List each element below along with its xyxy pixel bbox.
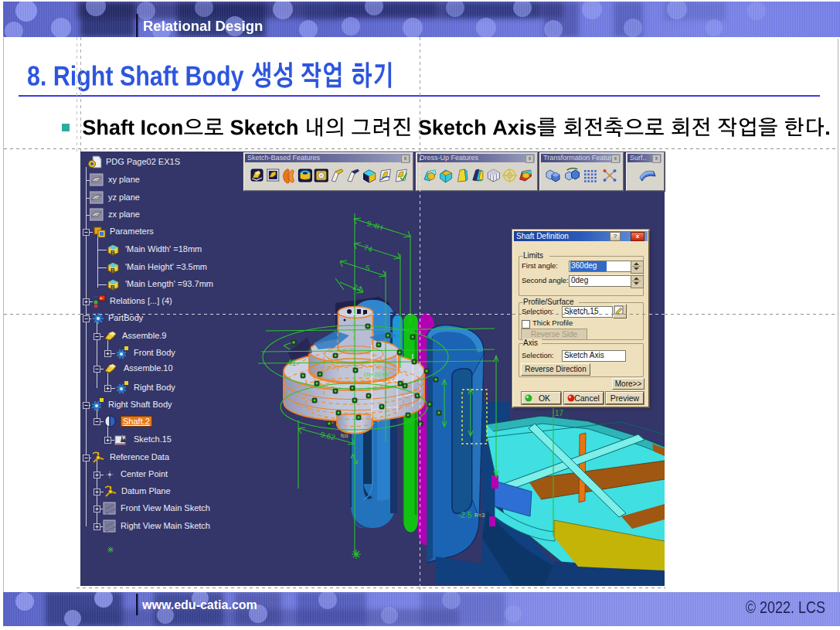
svg-text:fco: fco: [341, 433, 348, 438]
svg-text:B: B: [111, 284, 115, 291]
svg-text:17: 17: [555, 409, 564, 417]
svg-text:B: B: [111, 249, 115, 256]
svg-text:-2.5: -2.5: [458, 511, 472, 519]
svg-text:R=3: R=3: [474, 513, 485, 518]
svg-text:B: B: [111, 267, 115, 274]
svg-text:41: 41: [287, 359, 297, 367]
svg-text:=: =: [100, 296, 103, 301]
